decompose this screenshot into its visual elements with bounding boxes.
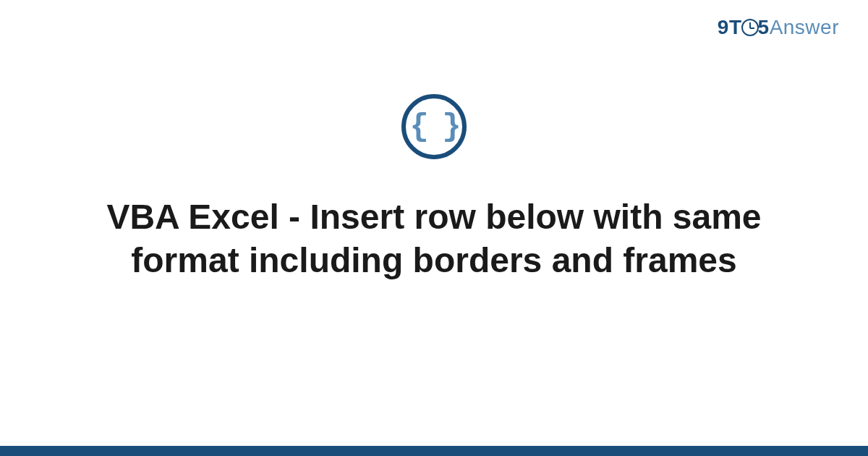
main-content: { } VBA Excel - Insert row below with sa…: [0, 94, 868, 282]
code-braces-icon: { }: [409, 109, 458, 145]
page-title: VBA Excel - Insert row below with same f…: [72, 195, 796, 282]
topic-icon-circle: { }: [401, 94, 467, 159]
clock-icon: [741, 19, 759, 36]
logo-word-answer: Answer: [770, 16, 839, 38]
logo-char-5: 5: [758, 16, 770, 38]
footer-accent-bar: [0, 446, 868, 456]
logo-char-t: T: [729, 16, 742, 38]
logo-char-9: 9: [718, 16, 729, 38]
site-logo: 9T5Answer: [718, 16, 839, 39]
